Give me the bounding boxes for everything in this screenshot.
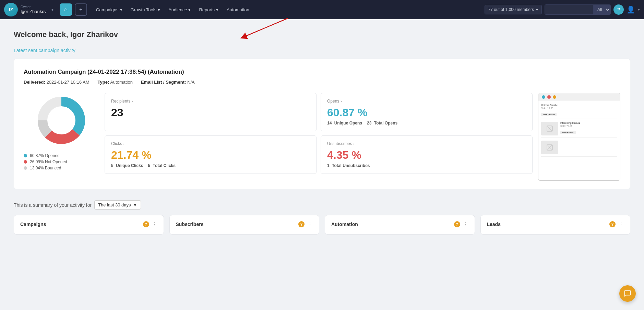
leads-help-button[interactable]: ? xyxy=(609,221,616,227)
chat-button[interactable] xyxy=(619,285,636,302)
automation-help-button[interactable]: ? xyxy=(454,221,460,227)
stat-card-clicks: Clicks › 21.74 % 5 Unique Clicks 5 Total… xyxy=(105,135,317,174)
unsubscribes-chevron-icon: › xyxy=(354,142,355,146)
members-badge[interactable]: 77 out of 1,000 members ▾ xyxy=(485,5,542,14)
automation-dots-menu[interactable]: ⋮ xyxy=(463,221,468,227)
campaigns-help-button[interactable]: ? xyxy=(143,221,149,227)
leads-card-header: Leads ? ⋮ xyxy=(487,221,624,227)
search-filter-select[interactable]: All xyxy=(593,5,610,14)
preview-dot-red xyxy=(547,95,551,99)
leads-card-actions: ? ⋮ xyxy=(609,221,624,227)
nav-campaigns[interactable]: Campaigns ▾ xyxy=(93,5,126,14)
unsubscribes-sub: 1 Total Unsubscribes xyxy=(327,163,526,168)
subscribers-card-actions: ? ⋮ xyxy=(298,221,313,227)
campaign-title: Automation Campaign (24-01-2022 17:38:54… xyxy=(24,69,620,75)
opens-title[interactable]: Opens › xyxy=(327,99,526,104)
unsubscribes-value: 4.35 % xyxy=(327,150,526,160)
bottom-card-subscribers: Subscribers ? ⋮ xyxy=(169,215,320,235)
legend-opened: 60.87% Opened xyxy=(24,153,99,158)
not-opened-dot xyxy=(24,160,27,164)
bottom-card-campaigns: Campaigns ? ⋮ xyxy=(14,215,164,235)
product2-name: Interesting Manual xyxy=(560,122,617,124)
clicks-sub: 5 Unique Clicks 5 Total Clicks xyxy=(111,163,310,168)
donut-area: 60.87% Opened 26.09% Not Opened 13.04% B… xyxy=(24,93,99,172)
subscribers-card-header: Subscribers ? ⋮ xyxy=(176,221,313,227)
create-button[interactable]: + xyxy=(75,3,87,16)
campaigns-dots-menu[interactable]: ⋮ xyxy=(152,221,157,227)
owner-name: Igor Zharikov xyxy=(21,9,47,14)
email-product-1: Unicorn Saddle Sale: 19.99 View Product xyxy=(541,104,617,119)
opens-chevron-icon: › xyxy=(341,99,342,103)
nav-reports[interactable]: Reports ▾ xyxy=(195,5,222,14)
delivered-meta: Delivered: 2022-01-27 10:16 AM xyxy=(24,80,90,85)
app-logo[interactable]: IZ xyxy=(4,3,18,16)
product1-btn[interactable]: View Product xyxy=(541,113,557,116)
email-product-2: Interesting Manual Sale: 79.99 View Prod… xyxy=(541,122,617,138)
nav-audience[interactable]: Audience ▾ xyxy=(165,5,194,14)
product2-btn[interactable]: View Product xyxy=(560,131,576,134)
search-box: All xyxy=(545,4,611,15)
campaigns-card-header: Campaigns ? ⋮ xyxy=(20,221,157,227)
bottom-card-leads: Leads ? ⋮ xyxy=(480,215,631,235)
bounced-dot xyxy=(24,166,27,170)
email-preview: Unicorn Saddle Sale: 19.99 View Product … xyxy=(538,93,620,181)
campaign-meta: Delivered: 2022-01-27 10:16 AM Type: Aut… xyxy=(24,80,620,85)
leads-card-title: Leads xyxy=(487,222,501,227)
campaigns-card-actions: ? ⋮ xyxy=(143,221,157,227)
nav-menu: Campaigns ▾ Growth Tools ▾ Audience ▾ Re… xyxy=(93,5,482,14)
donut-chart xyxy=(34,93,89,148)
owner-chevron-icon[interactable]: ▼ xyxy=(51,8,54,12)
svg-point-6 xyxy=(48,107,74,133)
subscribers-card-title: Subscribers xyxy=(176,222,204,227)
opens-sub: 14 Unique Opens 23 Total Opens xyxy=(327,121,526,126)
legend-not-opened: 26.09% Not Opened xyxy=(24,159,99,164)
segment-meta: Email List / Segment: N/A xyxy=(141,80,195,85)
bottom-card-automation: Automation ? ⋮ xyxy=(325,215,475,235)
legend-bounced: 13.04% Bounced xyxy=(24,166,99,170)
user-account-icon[interactable]: 👤 xyxy=(627,5,635,14)
donut-legend: 60.87% Opened 26.09% Not Opened 13.04% B… xyxy=(24,153,99,172)
subscribers-help-button[interactable]: ? xyxy=(298,221,305,227)
search-input[interactable] xyxy=(545,5,593,14)
nav-automation[interactable]: Automation xyxy=(223,5,253,14)
type-meta: Type: Automation xyxy=(98,80,133,85)
main-content: Welcome back, Igor Zharikov Latest sent … xyxy=(0,19,644,243)
members-chevron-icon: ▾ xyxy=(536,7,538,12)
leads-dots-menu[interactable]: ⋮ xyxy=(618,221,624,227)
welcome-heading: Welcome back, Igor Zharikov xyxy=(14,30,630,39)
recipients-title[interactable]: Recipients › xyxy=(111,99,310,104)
bottom-cards: Campaigns ? ⋮ Subscribers ? ⋮ xyxy=(14,215,630,235)
stat-card-opens: Opens › 60.87 % 14 Unique Opens 23 Total… xyxy=(321,93,533,131)
account-chevron-icon[interactable]: ▾ xyxy=(638,7,640,12)
reports-chevron-icon: ▾ xyxy=(216,7,218,12)
automation-card-header: Automation ? ⋮ xyxy=(331,221,468,227)
stat-card-recipients: Recipients › 23 xyxy=(105,93,317,131)
opened-dot xyxy=(24,154,27,157)
activity-summary-text: This is a summary of your activity for T… xyxy=(14,200,630,210)
product1-price: Sale: 19.99 xyxy=(541,107,617,109)
product2-price: Sale: 79.99 xyxy=(560,125,617,127)
campaign-card: Automation Campaign (24-01-2022 17:38:54… xyxy=(14,59,630,189)
unsubscribes-title[interactable]: Unsubscribes › xyxy=(327,141,526,146)
navbar: IZ Owner Igor Zharikov ▼ ⌂ + Campaigns ▾… xyxy=(0,0,644,19)
clicks-chevron-icon: › xyxy=(123,142,124,146)
subscribers-dots-menu[interactable]: ⋮ xyxy=(307,221,313,227)
nav-right: 77 out of 1,000 members ▾ All ? 👤 ▾ xyxy=(485,4,640,15)
period-select[interactable]: The last 30 days ▼ xyxy=(94,200,141,210)
latest-activity-link[interactable]: Latest sent campaign activity xyxy=(14,48,75,53)
activity-summary: This is a summary of your activity for T… xyxy=(14,199,630,236)
home-button[interactable]: ⌂ xyxy=(60,3,72,16)
clicks-value: 21.74 % xyxy=(111,150,310,160)
stats-area: 60.87% Opened 26.09% Not Opened 13.04% B… xyxy=(24,93,620,181)
stat-cards-grid: Recipients › 23 Opens › 60.87 % 14 Uniqu… xyxy=(105,93,533,174)
product3-image xyxy=(541,141,558,154)
automation-card-actions: ? ⋮ xyxy=(454,221,468,227)
product1-name: Unicorn Saddle xyxy=(541,104,617,106)
nav-growth-tools[interactable]: Growth Tools ▾ xyxy=(127,5,164,14)
audience-chevron-icon: ▾ xyxy=(188,7,191,12)
owner-label: Owner xyxy=(21,5,47,9)
campaigns-chevron-icon: ▾ xyxy=(120,7,122,12)
preview-dot-green xyxy=(542,95,545,99)
clicks-title[interactable]: Clicks › xyxy=(111,141,310,146)
help-button[interactable]: ? xyxy=(613,4,624,15)
